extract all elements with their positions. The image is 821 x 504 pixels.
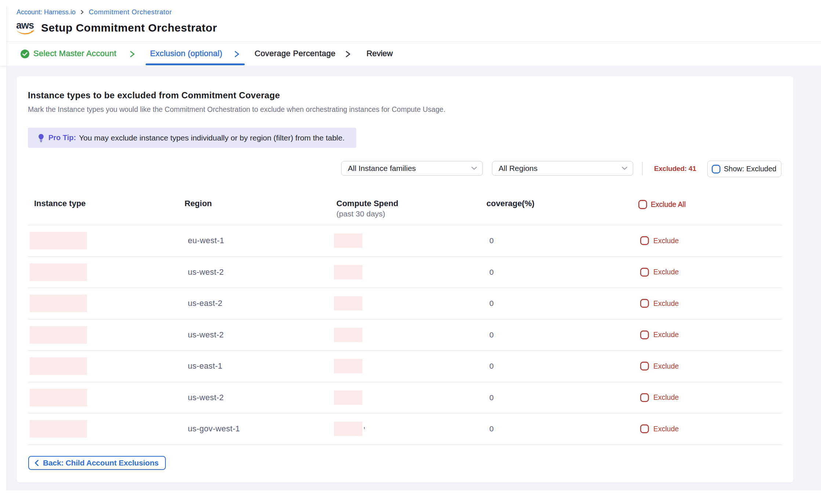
region-cell: us-east-1: [188, 361, 222, 371]
exclude-control[interactable]: Exclude: [640, 268, 679, 277]
exclude-control[interactable]: Exclude: [640, 330, 679, 339]
exclude-checkbox[interactable]: [640, 236, 649, 245]
exclude-label: Exclude: [653, 362, 679, 370]
exclude-control[interactable]: Exclude: [640, 424, 679, 433]
exclusion-panel: Instance types to be excluded from Commi…: [17, 76, 793, 482]
compute-spend-redacted-cell: [334, 422, 362, 436]
pro-tip-banner: Pro Tip: You may exclude instance types …: [28, 128, 356, 148]
back-button-label: Back: Child Account Exclusions: [43, 459, 158, 467]
stepper-step-review[interactable]: Review: [366, 48, 393, 59]
instance-type-redacted-cell: [30, 357, 87, 375]
exclude-label: Exclude: [653, 268, 679, 276]
pro-tip-label: Pro Tip:: [48, 134, 76, 142]
exclude-label: Exclude: [653, 237, 679, 245]
stepper-chevron-icon-2: [234, 51, 240, 58]
compute-spend-redacted-cell: [334, 328, 362, 342]
stepper-step-select-master-account[interactable]: Select Master Account: [33, 48, 116, 59]
breadcrumb: Account: Harness.io Commitment Orchestra…: [17, 8, 172, 16]
panel-title: Instance types to be excluded from Commi…: [28, 90, 280, 101]
instance-type-redacted-cell: [30, 420, 87, 438]
show-excluded-label: Show: Excluded: [724, 165, 776, 173]
breadcrumb-page-link[interactable]: Commitment Orchestrator: [89, 8, 172, 16]
exclude-label: Exclude: [653, 330, 679, 339]
page-title: Setup Commitment Orchestrator: [41, 22, 217, 34]
region-select[interactable]: All Regions: [492, 161, 633, 176]
column-header-compute-spend-sub: (past 30 days): [336, 209, 385, 219]
stepper-chevron-icon-1: [129, 51, 135, 58]
instance-type-redacted-cell: [30, 295, 87, 312]
stepper-step-exclusion[interactable]: Exclusion (optional): [150, 48, 222, 59]
exclude-checkbox[interactable]: [640, 299, 649, 308]
exclude-control[interactable]: Exclude: [640, 299, 679, 308]
region-cell: eu-west-1: [188, 236, 224, 245]
table-header: Instance type Region Compute Spend (past…: [17, 196, 793, 225]
page-background: Instance types to be excluded from Commi…: [7, 66, 821, 490]
aws-logo-text: aws: [16, 21, 34, 30]
instance-type-redacted-cell: [30, 232, 87, 249]
table-row: eu-west-1 0 Exclude: [28, 225, 782, 256]
coverage-cell: 0: [489, 299, 494, 308]
aws-logo: aws: [16, 21, 34, 35]
table-bottom-border: [28, 445, 782, 445]
top-header: Account: Harness.io Commitment Orchestra…: [0, 0, 821, 66]
table-row: us-west-2 0 Exclude: [28, 256, 782, 288]
exclude-checkbox[interactable]: [640, 424, 649, 433]
region-cell: us-east-2: [188, 299, 222, 308]
panel-subtitle: Mark the Instance types you would like t…: [28, 105, 445, 114]
compute-spend-redacted-cell: [334, 265, 362, 279]
show-excluded-button[interactable]: Show: Excluded: [707, 161, 781, 177]
chevron-left-icon: [34, 460, 39, 466]
step-completed-check-icon: [21, 50, 29, 58]
column-header-region: Region: [185, 199, 212, 208]
stepper-active-underline: [146, 63, 245, 65]
instance-type-redacted-cell: [30, 263, 87, 281]
header-divider: [7, 41, 821, 42]
pro-tip-text: You may exclude instance types individua…: [79, 134, 344, 142]
column-header-compute-spend: Compute Spend: [336, 199, 398, 208]
coverage-cell: 0: [489, 393, 494, 402]
exclude-control[interactable]: Exclude: [640, 393, 679, 402]
chevron-down-icon: [621, 167, 628, 170]
aws-logo-swoosh: [16, 30, 34, 36]
region-cell: us-gov-west-1: [188, 424, 240, 434]
exclude-checkbox[interactable]: [640, 330, 649, 339]
exclude-control[interactable]: Exclude: [640, 362, 679, 370]
exclude-all-control[interactable]: Exclude All: [638, 200, 686, 209]
instance-family-select[interactable]: All Instance families: [341, 161, 483, 176]
table-body: eu-west-1 0 Exclude us-west-2 0 Exclude …: [28, 225, 782, 445]
exclude-control[interactable]: Exclude: [640, 236, 679, 245]
chevron-down-icon: [471, 167, 477, 170]
exclude-all-checkbox[interactable]: [638, 200, 647, 209]
stepper-step-coverage-percentage[interactable]: Coverage Percentage: [255, 48, 336, 59]
stepper-chevron-icon-3: [345, 51, 351, 58]
coverage-cell: 0: [489, 330, 494, 339]
column-header-instance-type: Instance type: [34, 199, 86, 208]
compute-spend-redacted-cell: [334, 296, 362, 311]
coverage-cell: 0: [489, 268, 494, 277]
column-header-coverage: coverage(%): [486, 199, 534, 208]
region-cell: us-west-2: [188, 393, 224, 402]
exclude-label: Exclude: [653, 393, 679, 402]
back-button[interactable]: Back: Child Account Exclusions: [28, 456, 166, 470]
region-select-value: All Regions: [499, 164, 537, 173]
table-row: us-east-2 0 Exclude: [28, 288, 782, 319]
breadcrumb-chevron-icon: [80, 10, 84, 15]
filter-divider: [642, 162, 643, 175]
lightbulb-icon: [37, 134, 45, 142]
breadcrumb-account-link[interactable]: Account: Harness.io: [17, 8, 76, 16]
table-row: us-west-2 0 Exclude: [28, 319, 782, 351]
exclude-label: Exclude: [653, 299, 679, 308]
compute-spend-redacted-cell: [334, 234, 362, 248]
exclude-checkbox[interactable]: [640, 393, 649, 402]
coverage-cell: 0: [489, 362, 494, 370]
show-excluded-checkbox[interactable]: [712, 165, 720, 174]
instance-family-select-value: All Instance families: [348, 164, 416, 173]
exclude-checkbox[interactable]: [640, 362, 649, 370]
region-cell: us-west-2: [188, 330, 224, 340]
instance-type-redacted-cell: [30, 389, 87, 406]
table-row: us-gov-west-1 , 0 Exclude: [28, 413, 782, 445]
coverage-cell: 0: [489, 236, 494, 245]
exclude-label: Exclude: [653, 425, 679, 433]
exclude-checkbox[interactable]: [640, 268, 649, 277]
region-cell: us-west-2: [188, 267, 224, 277]
